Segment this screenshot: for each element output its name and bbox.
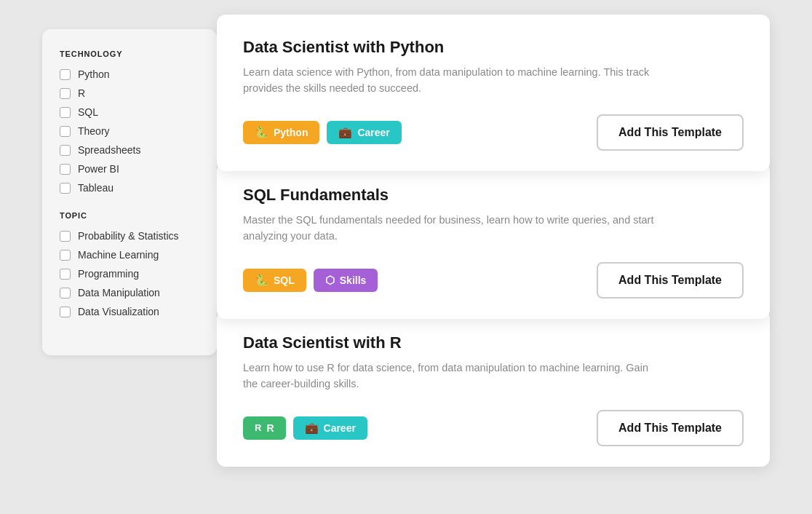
sidebar-item-label: Theory bbox=[78, 125, 110, 137]
sidebar-checkbox[interactable] bbox=[60, 307, 71, 317]
sidebar-checkbox[interactable] bbox=[60, 288, 71, 298]
card-description: Learn how to use R for data science, fro… bbox=[243, 360, 665, 392]
sidebar-item-label: Data Visualization bbox=[78, 306, 159, 317]
card-footer: 🐍 Python 💼 Career Add This Template bbox=[243, 114, 744, 151]
sidebar-topic-item[interactable]: Probability & Statistics bbox=[60, 230, 199, 242]
tag-label: SQL bbox=[274, 274, 295, 286]
sidebar-checkbox[interactable] bbox=[60, 88, 71, 99]
sidebar-tech-item[interactable]: SQL bbox=[60, 106, 199, 118]
tag-career: 💼 Career bbox=[293, 416, 367, 440]
sidebar-item-label: Machine Learning bbox=[78, 249, 159, 261]
sidebar-item-label: SQL bbox=[78, 106, 98, 118]
template-card: SQL Fundamentals Master the SQL fundamen… bbox=[217, 162, 770, 319]
sidebar-item-label: Probability & Statistics bbox=[78, 230, 179, 242]
card-tags: 🐍 SQL ⬡ Skills bbox=[243, 269, 378, 292]
sidebar-tech-item[interactable]: R bbox=[60, 87, 199, 99]
topic-section: TOPIC Probability & Statistics Machine L… bbox=[60, 211, 199, 317]
sidebar-checkbox[interactable] bbox=[60, 250, 71, 261]
sidebar-tech-item[interactable]: Python bbox=[60, 68, 199, 80]
sidebar-checkbox[interactable] bbox=[60, 69, 71, 80]
card-footer: 🐍 SQL ⬡ Skills Add This Template bbox=[243, 262, 744, 298]
sidebar-item-label: Python bbox=[78, 68, 110, 80]
card-title: SQL Fundamentals bbox=[243, 186, 744, 205]
sidebar-topic-item[interactable]: Data Manipulation bbox=[60, 287, 199, 298]
sidebar-topic-item[interactable]: Programming bbox=[60, 268, 199, 280]
sidebar-tech-item[interactable]: Theory bbox=[60, 125, 199, 137]
template-card: Data Scientist with Python Learn data sc… bbox=[217, 15, 770, 171]
technology-section: TECHNOLOGY Python R SQL Theory Spreadshe… bbox=[60, 50, 199, 194]
cards-area: Data Scientist with Python Learn data sc… bbox=[217, 15, 770, 458]
tag-career: 💼 Career bbox=[327, 121, 401, 144]
sidebar-tech-item[interactable]: Power BI bbox=[60, 163, 199, 175]
sidebar-item-label: Spreadsheets bbox=[78, 144, 140, 156]
template-card: Data Scientist with R Learn how to use R… bbox=[217, 310, 770, 467]
add-template-button[interactable]: Add This Template bbox=[597, 114, 744, 151]
sidebar-item-label: R bbox=[78, 87, 85, 99]
sidebar-checkbox[interactable] bbox=[60, 183, 71, 194]
add-template-button[interactable]: Add This Template bbox=[597, 410, 744, 446]
sidebar-checkbox[interactable] bbox=[60, 145, 71, 156]
career-icon: 💼 bbox=[305, 422, 319, 435]
tag-python: 🐍 Python bbox=[243, 121, 319, 144]
sidebar-checkbox[interactable] bbox=[60, 164, 71, 175]
sidebar-item-label: Tableau bbox=[78, 182, 114, 194]
tag-label: R bbox=[266, 422, 274, 434]
python-icon: 🐍 bbox=[255, 126, 268, 139]
card-description: Learn data science with Python, from dat… bbox=[243, 64, 665, 97]
card-description: Master the SQL fundamentals needed for b… bbox=[243, 212, 665, 245]
tag-skills: ⬡ Skills bbox=[314, 269, 378, 292]
technology-title: TECHNOLOGY bbox=[60, 50, 199, 58]
topic-title: TOPIC bbox=[60, 211, 199, 220]
card-tags: 🐍 Python 💼 Career bbox=[243, 121, 402, 144]
card-tags: R R 💼 Career bbox=[243, 416, 367, 440]
sidebar-checkbox[interactable] bbox=[60, 107, 71, 118]
sidebar-topic-item[interactable]: Data Visualization bbox=[60, 306, 199, 317]
sidebar-tech-item[interactable]: Tableau bbox=[60, 182, 199, 194]
sql-icon: 🐍 bbox=[255, 274, 268, 287]
sidebar-item-label: Data Manipulation bbox=[78, 287, 160, 298]
sidebar-topic-item[interactable]: Machine Learning bbox=[60, 249, 199, 261]
sidebar-checkbox[interactable] bbox=[60, 126, 71, 137]
card-footer: R R 💼 Career Add This Template bbox=[243, 410, 744, 446]
tag-label: Skills bbox=[340, 274, 367, 286]
tag-r: R R bbox=[243, 416, 286, 440]
tag-label: Career bbox=[357, 127, 389, 138]
tag-label: Career bbox=[324, 422, 356, 434]
r-icon: R bbox=[255, 422, 261, 433]
skills-icon: ⬡ bbox=[325, 274, 335, 287]
sidebar-checkbox[interactable] bbox=[60, 269, 71, 280]
tag-label: Python bbox=[274, 127, 308, 138]
sidebar-item-label: Programming bbox=[78, 268, 139, 280]
add-template-button[interactable]: Add This Template bbox=[597, 262, 744, 298]
page-container: TECHNOLOGY Python R SQL Theory Spreadshe… bbox=[0, 0, 812, 514]
sidebar-checkbox[interactable] bbox=[60, 231, 71, 242]
career-icon: 💼 bbox=[338, 126, 352, 139]
card-title: Data Scientist with Python bbox=[243, 38, 744, 57]
tag-sql: 🐍 SQL bbox=[243, 269, 306, 292]
sidebar-tech-item[interactable]: Spreadsheets bbox=[60, 144, 199, 156]
card-title: Data Scientist with R bbox=[243, 333, 744, 352]
sidebar-item-label: Power BI bbox=[78, 163, 119, 175]
sidebar: TECHNOLOGY Python R SQL Theory Spreadshe… bbox=[42, 29, 217, 355]
